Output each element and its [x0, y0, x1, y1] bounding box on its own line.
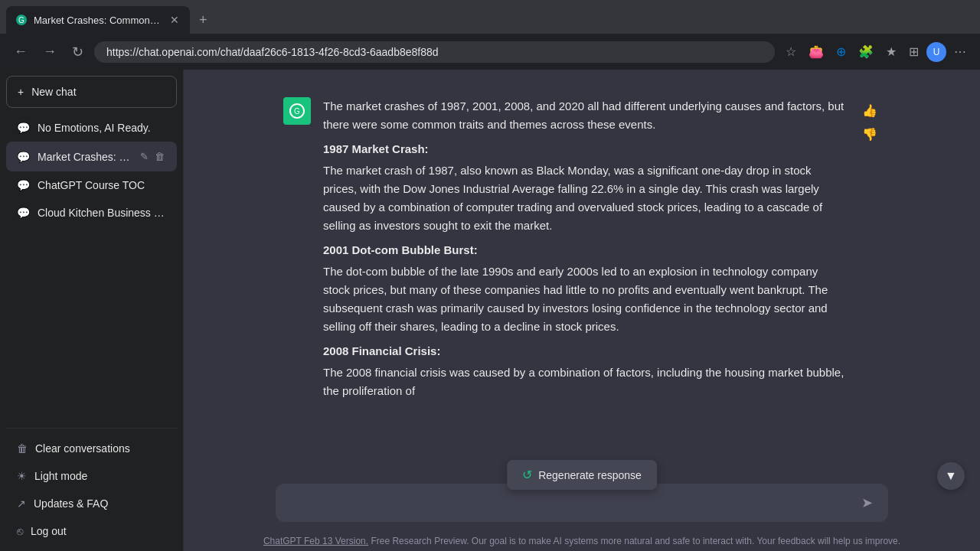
chat-item-chatgpt-course[interactable]: 💬 ChatGPT Course TOC: [6, 171, 177, 199]
browser-chrome: G Market Crashes: Common Traits ✕ + ← → …: [0, 0, 980, 70]
sidebar-divider: [6, 428, 177, 429]
edit-icon[interactable]: ✎: [139, 149, 150, 164]
clear-conversations-button[interactable]: 🗑 Clear conversations: [6, 435, 177, 462]
chevron-down-icon: ▼: [945, 469, 957, 483]
profile-icon[interactable]: U: [926, 42, 946, 62]
delete-icon[interactable]: 🗑: [153, 149, 166, 164]
section-2-text: The dot-com bubble of the late 1990s and…: [323, 262, 847, 336]
collections-icon[interactable]: ⊞: [904, 40, 923, 64]
chat-icon: 💬: [17, 151, 30, 163]
chat-history: 💬 No Emotions, AI Ready. 💬 Market Crashe…: [6, 114, 177, 422]
chat-item-no-emotions[interactable]: 💬 No Emotions, AI Ready.: [6, 114, 177, 142]
back-button[interactable]: ←: [9, 41, 32, 63]
new-tab-button[interactable]: +: [193, 9, 214, 31]
chat-item-label: ChatGPT Course TOC: [38, 179, 166, 191]
tab-close-button[interactable]: ✕: [168, 12, 181, 28]
external-link-icon: ↗: [17, 497, 26, 510]
new-chat-button[interactable]: + New chat: [6, 76, 177, 108]
chat-item-label: Market Crashes: Comm: [38, 151, 131, 163]
browser-toolbar: ← → ↻ ☆ 👛 ⊕ 🧩 ★ ⊞ U ⋯: [0, 34, 980, 70]
light-mode-button[interactable]: ☀ Light mode: [6, 462, 177, 490]
main-content: G The market crashes of 1987, 2001, 2008…: [184, 70, 980, 551]
footer-link[interactable]: ChatGPT Feb 13 Version.: [263, 536, 368, 546]
chat-content: G The market crashes of 1987, 2001, 2008…: [184, 70, 980, 474]
regenerate-label: Regenerate response: [538, 469, 642, 481]
bookmark-star-icon[interactable]: ☆: [781, 40, 801, 64]
section-3-text: The 2008 financial crisis was caused by …: [323, 364, 847, 400]
chat-item-cloud-kitchen[interactable]: 💬 Cloud Kitchen Business Plan: [6, 199, 177, 227]
sidebar-bottom: 🗑 Clear conversations ☀ Light mode ↗ Upd…: [6, 435, 177, 545]
logout-icon: ⎋: [17, 525, 23, 537]
section-1-title: 1987 Market Crash:: [323, 140, 847, 158]
regenerate-popup[interactable]: ↺ Regenerate response: [507, 460, 657, 490]
tab-bar: G Market Crashes: Common Traits ✕ +: [0, 0, 980, 34]
app: + New chat 💬 No Emotions, AI Ready. 💬 Ma…: [0, 70, 980, 551]
wallet-icon[interactable]: 👛: [804, 40, 828, 64]
updates-faq-label: Updates & FAQ: [34, 497, 108, 510]
svg-text:G: G: [294, 107, 300, 116]
favorites-icon[interactable]: ★: [881, 40, 901, 64]
footer: ChatGPT Feb 13 Version. Free Research Pr…: [184, 531, 980, 551]
active-tab[interactable]: G Market Crashes: Common Traits ✕: [6, 6, 190, 34]
trash-icon: 🗑: [17, 442, 28, 455]
thumbs-up-button[interactable]: 👍: [859, 100, 880, 121]
chat-icon: 💬: [17, 179, 30, 191]
footer-text: Free Research Preview. Our goal is to ma…: [368, 536, 900, 546]
chat-input[interactable]: [288, 496, 852, 510]
svg-text:G: G: [18, 16, 24, 24]
tab-favicon: G: [15, 14, 28, 26]
thumbs-down-button[interactable]: 👎: [859, 124, 880, 145]
updates-faq-button[interactable]: ↗ Updates & FAQ: [6, 490, 177, 517]
chat-item-actions: ✎ 🗑: [139, 149, 166, 164]
new-chat-label: New chat: [31, 86, 76, 98]
sidebar: + New chat 💬 No Emotions, AI Ready. 💬 Ma…: [0, 70, 184, 551]
log-out-label: Log out: [31, 525, 67, 537]
section-2-title: 2001 Dot-com Bubble Burst:: [323, 241, 847, 259]
assistant-message: G The market crashes of 1987, 2001, 2008…: [237, 85, 926, 419]
section-3-title: 2008 Financial Crisis:: [323, 342, 847, 360]
scroll-to-bottom-button[interactable]: ▼: [937, 462, 965, 490]
regenerate-icon: ↺: [522, 468, 532, 482]
chat-icon: 💬: [17, 207, 30, 219]
forward-button[interactable]: →: [38, 41, 61, 63]
log-out-button[interactable]: ⎋ Log out: [6, 517, 177, 545]
toolbar-icons: ☆ 👛 ⊕ 🧩 ★ ⊞ U ⋯: [781, 40, 971, 64]
chat-item-market-crashes[interactable]: 💬 Market Crashes: Comm ✎ 🗑: [6, 142, 177, 171]
light-mode-label: Light mode: [34, 470, 87, 482]
intro-text: The market crashes of 1987, 2001, 2008, …: [323, 97, 847, 134]
message-actions: 👍 👎: [859, 97, 880, 406]
chat-item-label: No Emotions, AI Ready.: [38, 122, 166, 134]
section-1-text: The market crash of 1987, also known as …: [323, 161, 847, 235]
chat-icon: 💬: [17, 122, 30, 134]
extensions-icon[interactable]: 🧩: [854, 40, 878, 64]
assistant-avatar: G: [283, 97, 311, 125]
message-text: The market crashes of 1987, 2001, 2008, …: [323, 97, 847, 406]
chat-item-label: Cloud Kitchen Business Plan: [38, 207, 166, 219]
reload-button[interactable]: ↻: [67, 41, 88, 64]
address-bar[interactable]: [94, 41, 775, 63]
menu-icon[interactable]: ⋯: [949, 40, 971, 64]
edge-icon[interactable]: ⊕: [831, 40, 851, 64]
sun-icon: ☀: [17, 470, 27, 482]
send-button[interactable]: ➤: [858, 491, 876, 514]
clear-conversations-label: Clear conversations: [35, 442, 130, 455]
tab-title: Market Crashes: Common Traits: [34, 15, 162, 26]
plus-icon: +: [18, 86, 24, 98]
